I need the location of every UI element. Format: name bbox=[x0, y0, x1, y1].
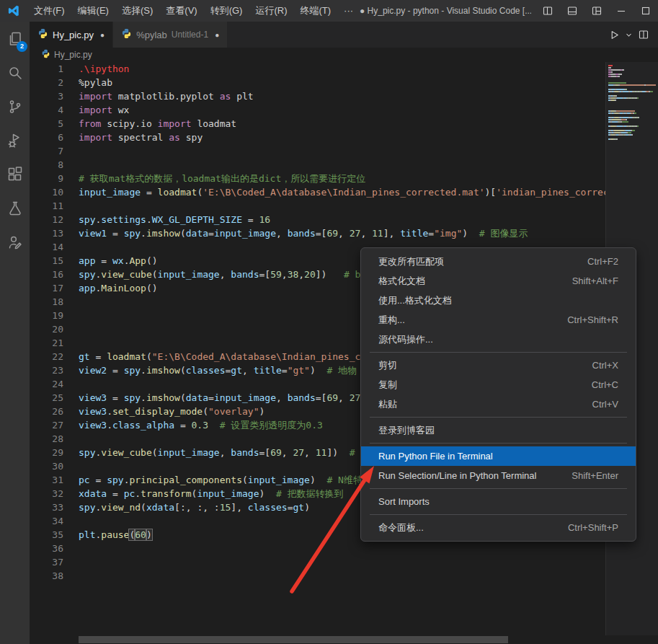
line-content: view3 = spy.imshow(data=input_image, ban… bbox=[63, 391, 366, 405]
menu-item-shortcut: Shift+Enter bbox=[557, 470, 618, 481]
line-content bbox=[63, 199, 79, 213]
chevron-down-icon[interactable] bbox=[624, 30, 633, 40]
line-content bbox=[63, 569, 79, 583]
code-line-37[interactable]: 37 bbox=[30, 555, 605, 569]
menu-item-6[interactable]: 剪切Ctrl+X bbox=[361, 356, 636, 375]
line-number: 14 bbox=[30, 240, 63, 254]
code-line-36[interactable]: 36 bbox=[30, 542, 605, 555]
titlebar-menu-1[interactable]: 编辑(E) bbox=[71, 0, 115, 22]
run-debug-icon[interactable] bbox=[0, 123, 30, 157]
title-bar: 文件(F)编辑(E)选择(S)查看(V)转到(G)运行(R)终端(T)··· ●… bbox=[0, 0, 658, 22]
menu-item-label: 更改所有匹配项 bbox=[378, 255, 444, 268]
tab-1[interactable]: %pylabUntitled-1● bbox=[113, 22, 228, 48]
line-content bbox=[63, 336, 79, 350]
minimap-content bbox=[606, 62, 658, 150]
menu-item-15[interactable]: Sort Imports bbox=[361, 492, 636, 511]
titlebar-menu-2[interactable]: 选择(S) bbox=[115, 0, 159, 22]
account-edit-icon[interactable] bbox=[0, 225, 30, 259]
menu-item-3[interactable]: 重构...Ctrl+Shift+R bbox=[361, 310, 636, 330]
breadcrumb-file: Hy_pic.py bbox=[54, 50, 92, 60]
line-number: 2 bbox=[30, 76, 63, 89]
line-number: 15 bbox=[30, 254, 63, 268]
menu-separator bbox=[370, 488, 627, 489]
toggle-panel-icon[interactable] bbox=[560, 0, 584, 22]
menu-item-10[interactable]: 登录到博客园 bbox=[361, 420, 636, 440]
search-icon[interactable] bbox=[0, 56, 30, 89]
source-control-icon[interactable] bbox=[0, 89, 30, 123]
run-icon[interactable] bbox=[608, 28, 621, 42]
menu-item-label: 格式化文档 bbox=[378, 275, 425, 288]
files-explorer-icon[interactable]: 2 bbox=[0, 22, 30, 56]
context-menu: 更改所有匹配项Ctrl+F2格式化文档Shift+Alt+F使用...格式化文档… bbox=[360, 247, 636, 542]
line-content: app.MainLoop() bbox=[63, 281, 158, 295]
code-line-9[interactable]: 9# 获取mat格式的数据，loadmat输出的是dict，所以需要进行定位 bbox=[30, 172, 605, 185]
code-line-5[interactable]: 5from scipy.io import loadmat bbox=[30, 117, 605, 131]
titlebar-menu-3[interactable]: 查看(V) bbox=[159, 0, 203, 22]
code-line-13[interactable]: 13view1 = spy.imshow(data=input_image, b… bbox=[30, 226, 605, 240]
code-line-8[interactable]: 8 bbox=[30, 158, 605, 172]
line-number: 18 bbox=[30, 295, 63, 309]
menu-item-0[interactable]: 更改所有匹配项Ctrl+F2 bbox=[361, 252, 636, 271]
menu-item-label: Run Python File in Terminal bbox=[378, 451, 493, 462]
line-content: plt.pause(60) bbox=[63, 528, 152, 542]
activity-bar-items: 2 bbox=[0, 22, 30, 259]
menu-item-13[interactable]: Run Selection/Line in Python TerminalShi… bbox=[361, 466, 636, 485]
titlebar-menu-7[interactable]: ··· bbox=[337, 0, 360, 22]
code-line-1[interactable]: 1.\ipython bbox=[30, 62, 605, 76]
toggle-sidebar-icon[interactable] bbox=[535, 0, 560, 22]
line-number: 21 bbox=[30, 336, 63, 350]
code-line-11[interactable]: 11 bbox=[30, 199, 605, 213]
menu-item-shortcut: Ctrl+Shift+P bbox=[553, 522, 618, 533]
menu-item-2[interactable]: 使用...格式化文档 bbox=[361, 291, 636, 310]
line-number: 16 bbox=[30, 268, 63, 281]
titlebar-menu-6[interactable]: 终端(T) bbox=[293, 0, 337, 22]
tab-label: %pylab bbox=[136, 30, 167, 40]
line-number: 19 bbox=[30, 309, 63, 322]
maximize-icon[interactable] bbox=[633, 0, 658, 22]
code-line-2[interactable]: 2%pylab bbox=[30, 76, 605, 89]
test-flask-icon[interactable] bbox=[0, 191, 30, 225]
code-line-12[interactable]: 12spy.settings.WX_GL_DEPTH_SIZE = 16 bbox=[30, 213, 605, 226]
line-number: 9 bbox=[30, 172, 63, 185]
titlebar-menus: 文件(F)编辑(E)选择(S)查看(V)转到(G)运行(R)终端(T)··· bbox=[27, 0, 360, 22]
code-line-10[interactable]: 10input_image = loadmat('E:\B\Coded_A\da… bbox=[30, 185, 605, 199]
line-content bbox=[63, 240, 79, 254]
window-controls bbox=[535, 0, 658, 22]
line-number: 8 bbox=[30, 158, 63, 172]
menu-item-17[interactable]: 命令面板...Ctrl+Shift+P bbox=[361, 518, 636, 537]
line-content: spy.view_nd(xdata[:, :, :15], classes=gt… bbox=[63, 500, 310, 514]
code-line-4[interactable]: 4import wx bbox=[30, 103, 605, 117]
menu-item-7[interactable]: 复制Ctrl+C bbox=[361, 375, 636, 394]
modified-dot[interactable]: ● bbox=[215, 31, 219, 39]
tab-label: Hy_pic.py bbox=[53, 30, 94, 40]
menu-item-shortcut: Ctrl+X bbox=[578, 360, 618, 371]
menu-item-1[interactable]: 格式化文档Shift+Alt+F bbox=[361, 271, 636, 291]
code-line-3[interactable]: 3import matplotlib.pyplot as plt bbox=[30, 89, 605, 103]
menu-item-4[interactable]: 源代码操作... bbox=[361, 330, 636, 349]
extensions-icon[interactable] bbox=[0, 157, 30, 191]
split-editor-icon[interactable] bbox=[636, 27, 651, 42]
titlebar-menu-4[interactable]: 转到(G) bbox=[204, 0, 249, 22]
code-line-38[interactable]: 38 bbox=[30, 569, 605, 583]
activity-badge: 2 bbox=[17, 41, 27, 52]
tab-0[interactable]: Hy_pic.py● bbox=[30, 22, 113, 48]
line-number: 36 bbox=[30, 542, 63, 555]
tab-bar: Hy_pic.py●%pylabUntitled-1● bbox=[30, 22, 658, 48]
menu-item-8[interactable]: 粘贴Ctrl+V bbox=[361, 394, 636, 414]
menu-item-shortcut: Ctrl+Shift+R bbox=[553, 314, 618, 325]
line-content bbox=[63, 514, 79, 528]
menu-item-label: Run Selection/Line in Python Terminal bbox=[378, 470, 536, 481]
titlebar-menu-5[interactable]: 运行(R) bbox=[249, 0, 293, 22]
modified-dot[interactable]: ● bbox=[100, 31, 105, 39]
line-number: 32 bbox=[30, 487, 63, 500]
code-line-7[interactable]: 7 bbox=[30, 144, 605, 158]
line-content bbox=[63, 144, 79, 158]
titlebar-menu-0[interactable]: 文件(F) bbox=[27, 0, 71, 22]
customize-layout-icon[interactable] bbox=[584, 0, 609, 22]
menu-item-12[interactable]: Run Python File in Terminal bbox=[361, 446, 636, 466]
menu-item-label: 粘贴 bbox=[378, 398, 397, 411]
minimize-icon[interactable] bbox=[609, 0, 633, 22]
horizontal-scrollbar[interactable] bbox=[79, 636, 508, 643]
code-line-6[interactable]: 6import spectral as spy bbox=[30, 131, 605, 144]
breadcrumb[interactable]: Hy_pic.py bbox=[30, 48, 658, 62]
